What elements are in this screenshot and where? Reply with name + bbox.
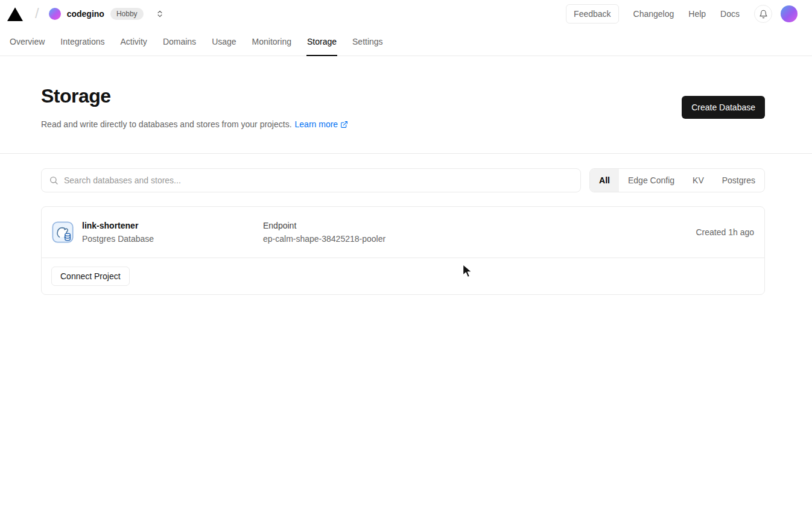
tab-domains[interactable]: Domains bbox=[162, 37, 197, 56]
create-database-button[interactable]: Create Database bbox=[682, 96, 765, 119]
breadcrumb-separator: / bbox=[35, 5, 39, 22]
database-type: Postgres Database bbox=[82, 234, 263, 244]
docs-link[interactable]: Docs bbox=[715, 5, 744, 22]
database-row[interactable]: link-shortener Postgres Database Endpoin… bbox=[42, 207, 764, 258]
page-title: Storage bbox=[41, 85, 348, 107]
project-name[interactable]: codegino bbox=[67, 9, 104, 19]
postgres-database-icon bbox=[52, 221, 74, 243]
notifications-button[interactable] bbox=[754, 5, 772, 23]
database-actions-row: Connect Project bbox=[42, 258, 764, 294]
filter-all[interactable]: All bbox=[590, 169, 619, 192]
top-header: / codegino Hobby Feedback Changelog Help… bbox=[0, 0, 812, 28]
scope-switcher-button[interactable] bbox=[153, 7, 167, 21]
vercel-logo-icon[interactable] bbox=[7, 7, 23, 21]
plan-badge: Hobby bbox=[110, 8, 144, 20]
help-link[interactable]: Help bbox=[684, 5, 711, 22]
tab-activity[interactable]: Activity bbox=[120, 37, 148, 56]
database-card: link-shortener Postgres Database Endpoin… bbox=[41, 206, 765, 295]
tab-storage[interactable]: Storage bbox=[306, 37, 337, 56]
endpoint-value: ep-calm-shape-38425218-pooler bbox=[263, 234, 696, 244]
user-avatar[interactable] bbox=[781, 5, 798, 22]
filter-edge-config[interactable]: Edge Config bbox=[619, 169, 684, 192]
storage-hero: Storage Read and write directly to datab… bbox=[0, 56, 812, 154]
external-link-icon bbox=[340, 121, 348, 128]
filter-kv[interactable]: KV bbox=[684, 169, 713, 192]
search-box bbox=[41, 168, 581, 192]
database-name[interactable]: link-shortener bbox=[82, 221, 263, 230]
store-type-filter: All Edge Config KV Postgres bbox=[589, 168, 765, 192]
chevron-updown-icon bbox=[156, 10, 164, 18]
changelog-link[interactable]: Changelog bbox=[629, 5, 679, 22]
learn-more-link[interactable]: Learn more bbox=[295, 119, 349, 129]
search-icon bbox=[49, 175, 59, 185]
storage-content: All Edge Config KV Postgres link-shorten… bbox=[0, 154, 812, 295]
tab-usage[interactable]: Usage bbox=[211, 37, 236, 56]
feedback-button[interactable]: Feedback bbox=[566, 4, 618, 24]
project-avatar bbox=[49, 8, 61, 20]
project-tabbar: Overview Integrations Activity Domains U… bbox=[0, 28, 812, 56]
search-input[interactable] bbox=[64, 175, 573, 185]
filter-postgres[interactable]: Postgres bbox=[713, 169, 764, 192]
endpoint-label: Endpoint bbox=[263, 221, 696, 230]
tab-monitoring[interactable]: Monitoring bbox=[252, 37, 292, 56]
created-timestamp: Created 1h ago bbox=[696, 227, 754, 237]
tab-integrations[interactable]: Integrations bbox=[60, 37, 105, 56]
tab-overview[interactable]: Overview bbox=[9, 37, 45, 56]
tab-settings[interactable]: Settings bbox=[352, 37, 384, 56]
page-description: Read and write directly to databases and… bbox=[41, 119, 292, 129]
connect-project-button[interactable]: Connect Project bbox=[51, 267, 130, 286]
bell-icon bbox=[759, 10, 768, 19]
